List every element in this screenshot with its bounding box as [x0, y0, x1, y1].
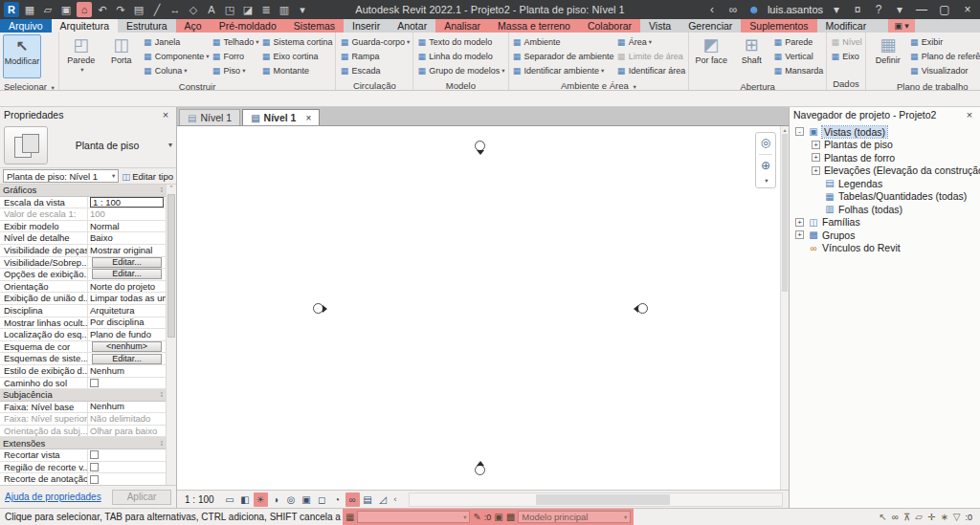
sun-settings-icon[interactable]: ☀	[254, 492, 268, 507]
print-icon[interactable]: ▤	[131, 2, 146, 17]
save-icon[interactable]: ▣	[58, 2, 74, 17]
tree-item-vistas-todas[interactable]: -▣Vistas (todas)	[790, 125, 980, 139]
panel-label-ambiente-area[interactable]: Ambiente e Área ▾	[509, 79, 689, 91]
janela-button[interactable]: ▦Janela	[143, 34, 210, 49]
button-esquemas-de-siste[interactable]: Editar...	[92, 354, 162, 364]
user-dropdown-icon[interactable]: ▾	[829, 2, 844, 17]
close-button[interactable]: ×	[959, 3, 976, 16]
design-options-icon[interactable]: ▣	[494, 512, 502, 522]
ribbon-tab-inserir[interactable]: Inserir	[344, 19, 389, 33]
button-esquema-de-cor[interactable]: <nenhum>	[92, 341, 162, 352]
value-exibir-modelo[interactable]: Normal	[88, 221, 166, 232]
componente-button[interactable]: ▦Componente▾	[143, 49, 210, 63]
customize-qat-icon[interactable]: ▾	[295, 2, 310, 17]
apply-button[interactable]: Aplicar	[112, 490, 171, 505]
view-tab-nivel-1[interactable]: ▤Nível 1	[179, 109, 240, 125]
show-crop-region-icon[interactable]: ◻	[315, 492, 329, 507]
input-escala-da-vista[interactable]: 1 : 100	[90, 197, 164, 208]
ribbon-tab-anotar[interactable]: Anotar	[389, 19, 435, 33]
ribbon-tab-arquivo[interactable]: Arquivo	[0, 19, 52, 33]
section-extensoes[interactable]: Extensões	[0, 437, 166, 449]
default-3d-view-icon[interactable]: ◳	[222, 2, 237, 17]
redo-icon[interactable]: ↷	[113, 2, 128, 17]
reveal-constraints-icon[interactable]: ◿	[376, 492, 390, 507]
vertical-scrollbar[interactable]: ▴	[780, 126, 789, 490]
value-orientacao[interactable]: Norte do projeto	[88, 281, 166, 293]
expander-icon[interactable]: -	[795, 127, 804, 136]
ribbon-tab-sistemas[interactable]: Sistemas	[285, 19, 344, 33]
tree-item-folhas-todas[interactable]: ▥Folhas (todas)	[790, 203, 980, 216]
worksets-icon[interactable]: ▦	[345, 512, 354, 522]
panel-label-selecionar[interactable]: Selecionar ▾	[0, 80, 58, 91]
help-dropdown-icon[interactable]: ▾	[892, 2, 907, 17]
expander-icon[interactable]: +	[795, 230, 804, 239]
exibir-button[interactable]: ▦Exibir	[909, 34, 980, 49]
open-icon[interactable]: ▱	[40, 2, 56, 17]
coluna-button[interactable]: ▦Coluna▾	[143, 63, 210, 77]
value-visibilidade-de-pecas[interactable]: Mostrar original	[88, 245, 166, 256]
expander-icon[interactable]: +	[795, 218, 804, 227]
ribbon-tab-massa-e-terreno[interactable]: Massa e terreno	[489, 19, 579, 33]
tag-icon[interactable]: ◇	[186, 2, 201, 17]
visualizador-button[interactable]: ▦Visualizador	[909, 63, 980, 77]
signed-in-user[interactable]: luis.asantos	[768, 4, 823, 15]
design-option-dropdown[interactable]: Modelo principal▾	[518, 511, 631, 523]
tree-item-elevacoes-elevacao-da-construcao[interactable]: +Elevações (Elevação da construção)	[790, 164, 980, 178]
close-browser-icon[interactable]: ×	[963, 109, 976, 120]
texto-do-modelo-button[interactable]: ▦Texto do modelo	[416, 34, 504, 49]
telhado-button[interactable]: ▦Telhado▾	[212, 34, 259, 49]
collapse-arrow-icon[interactable]: ‹	[704, 2, 720, 17]
visual-style-icon[interactable]: ◧	[238, 492, 253, 507]
help-icon[interactable]: ?	[871, 2, 886, 17]
zoom-dropdown-icon[interactable]: ▾	[765, 177, 768, 185]
editing-requests-icon[interactable]: ✎	[473, 512, 480, 522]
select-underlay-icon[interactable]: ▱	[915, 512, 923, 522]
undo-icon[interactable]: ↶	[95, 2, 110, 17]
plano-de-referencia-button[interactable]: ▦Plano de referência	[909, 49, 980, 63]
section-subjacencia[interactable]: Subjacência	[0, 389, 166, 402]
background-processes-icon[interactable]: ∗	[940, 512, 947, 522]
text-icon[interactable]: A	[204, 2, 219, 17]
por-face-button[interactable]: ◩Por face	[692, 34, 730, 78]
canvas[interactable]: ◎ ⊕ ▾ ▴	[177, 125, 789, 490]
separador-de-ambiente-button[interactable]: ▦Separador de ambiente	[512, 49, 614, 63]
search-icon[interactable]: ∞	[725, 2, 741, 17]
checkbox-recortar-vista[interactable]	[90, 450, 99, 459]
escada-button[interactable]: ▦Escada	[339, 63, 410, 77]
tree-item-grupos[interactable]: +▩Grupos	[790, 229, 980, 242]
zoom-icon[interactable]: ⊕	[759, 159, 773, 173]
eixo-cortina-button[interactable]: ▦Eixo cortina	[260, 49, 332, 63]
sistema-cortina-button[interactable]: ▦Sistema cortina	[260, 34, 332, 49]
linha-do-modelo-button[interactable]: ▦Linha do modelo	[416, 49, 504, 63]
ribbon-state-toggle[interactable]: ▣ ▾	[888, 19, 915, 33]
button-visibilidade-sobrep[interactable]: Editar...	[92, 257, 162, 268]
ui-workspace-icon[interactable]: ▦	[22, 2, 37, 17]
ribbon-tab-analisar[interactable]: Analisar	[435, 19, 489, 33]
elevation-marker[interactable]	[475, 465, 485, 475]
filter-icon[interactable]: ▽	[953, 512, 961, 522]
ribbon-tab-suplementos[interactable]: Suplementos	[741, 19, 816, 33]
identificar-area-button[interactable]: ▦Identificar área	[616, 63, 686, 77]
aligned-dimension-icon[interactable]: ↔	[167, 2, 183, 17]
ribbon-tab-arquitetura[interactable]: Arquitetura	[52, 19, 118, 33]
temporary-view-properties-icon[interactable]: ▤	[361, 492, 375, 507]
view-scale-button[interactable]: 1 : 100	[185, 494, 214, 505]
close-view-icon[interactable]: ×	[305, 113, 311, 123]
value-orientacao-da-subj[interactable]: Olhar para baixo	[88, 426, 166, 437]
ribbon-tab-pre-moldado[interactable]: Pré-moldado	[211, 19, 285, 33]
tree-item-plantas-de-piso[interactable]: +Plantas de piso	[790, 139, 980, 152]
user-icon[interactable]: ☻	[746, 2, 762, 17]
piso-button[interactable]: ▦Piso▾	[212, 63, 259, 77]
properties-help-link[interactable]: Ajuda de propriedades	[5, 492, 101, 502]
value-faixa-nivel-base[interactable]: Nenhum	[88, 402, 166, 413]
shaft-button[interactable]: ⊞Shaft	[732, 34, 770, 78]
horizontal-scrollbar[interactable]	[409, 492, 783, 507]
properties-scrollbar[interactable]: ⌃	[166, 185, 176, 485]
shadows-icon[interactable]: ◑	[269, 492, 283, 507]
switch-windows-icon[interactable]: ▥	[277, 2, 292, 17]
drag-on-selection-icon[interactable]: ✛	[927, 512, 935, 522]
type-selector-dropdown-icon[interactable]: ▾	[168, 141, 172, 149]
section-icon[interactable]: ◪	[240, 2, 256, 17]
mansarda-button[interactable]: ▦Mansarda	[772, 63, 823, 77]
restore-button[interactable]: ▢	[936, 3, 953, 16]
